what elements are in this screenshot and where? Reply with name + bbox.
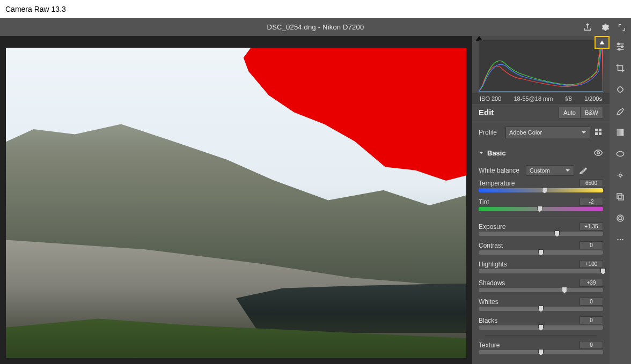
- auto-button[interactable]: Auto: [559, 107, 581, 118]
- edit-sliders-icon[interactable]: [614, 40, 627, 53]
- white-balance-select[interactable]: Custom: [526, 165, 574, 176]
- gear-icon[interactable]: [599, 21, 611, 33]
- svg-point-10: [617, 152, 624, 157]
- app-shell: DSC_0254.dng - Nikon D7200: [0, 18, 631, 364]
- basic-panel-header[interactable]: Basic: [472, 144, 610, 162]
- svg-point-14: [617, 215, 623, 221]
- exif-iso: ISO 200: [480, 95, 501, 102]
- svg-point-6: [621, 46, 623, 47]
- radial-icon[interactable]: [614, 147, 627, 160]
- highlight-clipping-toggle[interactable]: [595, 36, 610, 49]
- svg-rect-3: [599, 132, 601, 135]
- tint-slider[interactable]: Tint-2: [479, 198, 603, 211]
- svg-rect-1: [599, 129, 601, 131]
- toolstrip: [610, 36, 631, 364]
- brush-icon[interactable]: [614, 105, 627, 117]
- gradient-icon[interactable]: [614, 126, 627, 139]
- svg-rect-9: [617, 129, 623, 136]
- svg-point-16: [617, 239, 618, 240]
- redeye-icon[interactable]: [614, 169, 627, 182]
- right-panel: ISO 200 18-55@18 mm f/8 1/200s Edit Auto…: [472, 36, 610, 364]
- visibility-toggle-icon[interactable]: [593, 148, 603, 158]
- svg-rect-0: [595, 129, 598, 131]
- texture-slider[interactable]: Texture0: [479, 341, 603, 354]
- chevron-down-icon: [479, 150, 484, 155]
- heal-icon[interactable]: [614, 83, 627, 96]
- temperature-slider[interactable]: Temperature6500: [479, 179, 603, 192]
- swirl-icon[interactable]: [614, 212, 627, 225]
- histogram[interactable]: [479, 40, 603, 92]
- profile-browser-icon[interactable]: [595, 128, 603, 137]
- exposure-slider[interactable]: Exposure+1.35: [479, 222, 603, 236]
- more-icon[interactable]: [614, 233, 627, 246]
- svg-rect-13: [619, 195, 623, 200]
- svg-point-7: [619, 48, 620, 50]
- svg-rect-12: [617, 194, 622, 198]
- image-canvas[interactable]: [0, 36, 472, 364]
- svg-point-11: [619, 174, 622, 177]
- profile-select[interactable]: Adobe Color: [505, 127, 590, 138]
- exif-bar: ISO 200 18-55@18 mm f/8 1/200s: [472, 93, 610, 104]
- fullscreen-icon[interactable]: [616, 21, 628, 33]
- exif-aperture: f/8: [566, 95, 572, 102]
- exif-shutter: 1/200s: [584, 95, 602, 102]
- contrast-slider[interactable]: Contrast0: [479, 241, 603, 255]
- svg-point-4: [597, 152, 600, 154]
- svg-point-15: [619, 217, 622, 220]
- svg-point-17: [620, 239, 621, 240]
- exif-lens: 18-55@18 mm: [514, 95, 553, 102]
- eyedropper-icon[interactable]: [578, 166, 588, 175]
- svg-point-5: [618, 43, 619, 44]
- profile-label: Profile: [479, 129, 501, 136]
- file-title: DSC_0254.dng - Nikon D7200: [0, 23, 631, 31]
- blacks-slider[interactable]: Blacks0: [479, 316, 603, 330]
- edit-heading: Edit: [479, 108, 494, 117]
- export-icon[interactable]: [582, 21, 593, 33]
- shadows-slider[interactable]: Shadows+39: [479, 279, 603, 292]
- svg-rect-8: [617, 86, 624, 93]
- svg-rect-2: [595, 132, 598, 135]
- presets-icon[interactable]: [614, 190, 627, 203]
- highlights-slider[interactable]: Highlights+100: [479, 260, 603, 273]
- window-title: Camera Raw 13.3: [0, 0, 631, 18]
- svg-point-18: [622, 239, 623, 240]
- topbar: DSC_0254.dng - Nikon D7200: [0, 18, 631, 36]
- whites-slider[interactable]: Whites0: [479, 298, 603, 311]
- white-balance-label: White balance: [479, 167, 522, 174]
- bw-button[interactable]: B&W: [580, 107, 603, 118]
- crop-icon[interactable]: [614, 62, 627, 75]
